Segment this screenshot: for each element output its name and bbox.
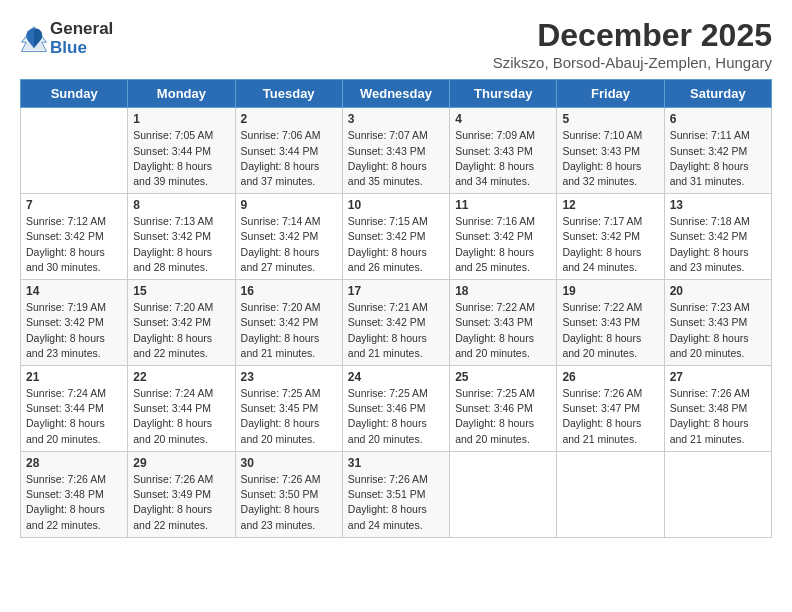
daylight-text: Daylight: 8 hours [26, 332, 105, 344]
calendar-cell [21, 108, 128, 194]
daylight-text: Daylight: 8 hours [455, 160, 534, 172]
day-number: 29 [133, 456, 229, 470]
day-info: Sunrise: 7:19 AMSunset: 3:42 PMDaylight:… [26, 300, 122, 361]
calendar-cell: 11Sunrise: 7:16 AMSunset: 3:42 PMDayligh… [450, 194, 557, 280]
calendar-cell [450, 451, 557, 537]
sunrise-text: Sunrise: 7:06 AM [241, 129, 321, 141]
daylight-text-cont: and 21 minutes. [562, 433, 637, 445]
sunset-text: Sunset: 3:43 PM [348, 145, 426, 157]
daylight-text-cont: and 26 minutes. [348, 261, 423, 273]
weekday-header-tuesday: Tuesday [235, 80, 342, 108]
day-info: Sunrise: 7:26 AMSunset: 3:51 PMDaylight:… [348, 472, 444, 533]
daylight-text: Daylight: 8 hours [241, 417, 320, 429]
sunset-text: Sunset: 3:42 PM [670, 230, 748, 242]
sunset-text: Sunset: 3:42 PM [562, 230, 640, 242]
sunset-text: Sunset: 3:42 PM [26, 316, 104, 328]
day-number: 3 [348, 112, 444, 126]
day-number: 27 [670, 370, 766, 384]
weekday-header-saturday: Saturday [664, 80, 771, 108]
sunrise-text: Sunrise: 7:24 AM [133, 387, 213, 399]
day-number: 23 [241, 370, 337, 384]
calendar-cell [557, 451, 664, 537]
sunrise-text: Sunrise: 7:12 AM [26, 215, 106, 227]
daylight-text: Daylight: 8 hours [455, 332, 534, 344]
calendar-week-3: 14Sunrise: 7:19 AMSunset: 3:42 PMDayligh… [21, 280, 772, 366]
daylight-text-cont: and 23 minutes. [241, 519, 316, 531]
sunrise-text: Sunrise: 7:26 AM [348, 473, 428, 485]
sunrise-text: Sunrise: 7:25 AM [241, 387, 321, 399]
sunset-text: Sunset: 3:44 PM [133, 402, 211, 414]
daylight-text: Daylight: 8 hours [241, 160, 320, 172]
day-number: 31 [348, 456, 444, 470]
day-number: 16 [241, 284, 337, 298]
sunrise-text: Sunrise: 7:26 AM [562, 387, 642, 399]
sunrise-text: Sunrise: 7:18 AM [670, 215, 750, 227]
day-info: Sunrise: 7:24 AMSunset: 3:44 PMDaylight:… [26, 386, 122, 447]
daylight-text-cont: and 20 minutes. [348, 433, 423, 445]
calendar-cell: 26Sunrise: 7:26 AMSunset: 3:47 PMDayligh… [557, 366, 664, 452]
daylight-text-cont: and 27 minutes. [241, 261, 316, 273]
daylight-text: Daylight: 8 hours [455, 246, 534, 258]
daylight-text-cont: and 22 minutes. [133, 519, 208, 531]
logo: General Blue [20, 20, 113, 57]
calendar-cell: 24Sunrise: 7:25 AMSunset: 3:46 PMDayligh… [342, 366, 449, 452]
calendar-cell: 4Sunrise: 7:09 AMSunset: 3:43 PMDaylight… [450, 108, 557, 194]
day-number: 24 [348, 370, 444, 384]
calendar-cell: 28Sunrise: 7:26 AMSunset: 3:48 PMDayligh… [21, 451, 128, 537]
day-info: Sunrise: 7:26 AMSunset: 3:48 PMDaylight:… [26, 472, 122, 533]
daylight-text-cont: and 21 minutes. [241, 347, 316, 359]
logo-icon [20, 25, 48, 53]
calendar-cell: 27Sunrise: 7:26 AMSunset: 3:48 PMDayligh… [664, 366, 771, 452]
sunset-text: Sunset: 3:43 PM [455, 145, 533, 157]
day-info: Sunrise: 7:21 AMSunset: 3:42 PMDaylight:… [348, 300, 444, 361]
sunset-text: Sunset: 3:42 PM [133, 316, 211, 328]
sunrise-text: Sunrise: 7:13 AM [133, 215, 213, 227]
sunrise-text: Sunrise: 7:26 AM [241, 473, 321, 485]
calendar-cell: 19Sunrise: 7:22 AMSunset: 3:43 PMDayligh… [557, 280, 664, 366]
weekday-header-friday: Friday [557, 80, 664, 108]
day-number: 11 [455, 198, 551, 212]
daylight-text: Daylight: 8 hours [26, 503, 105, 515]
page-header: General Blue December 2025 Szikszo, Bors… [20, 16, 772, 71]
logo-general: General [50, 19, 113, 38]
day-number: 26 [562, 370, 658, 384]
calendar-cell: 30Sunrise: 7:26 AMSunset: 3:50 PMDayligh… [235, 451, 342, 537]
sunrise-text: Sunrise: 7:26 AM [133, 473, 213, 485]
sunset-text: Sunset: 3:45 PM [241, 402, 319, 414]
daylight-text-cont: and 20 minutes. [455, 347, 530, 359]
day-number: 18 [455, 284, 551, 298]
sunrise-text: Sunrise: 7:26 AM [670, 387, 750, 399]
sunset-text: Sunset: 3:43 PM [670, 316, 748, 328]
calendar-week-2: 7Sunrise: 7:12 AMSunset: 3:42 PMDaylight… [21, 194, 772, 280]
daylight-text: Daylight: 8 hours [348, 503, 427, 515]
daylight-text-cont: and 30 minutes. [26, 261, 101, 273]
calendar-cell: 20Sunrise: 7:23 AMSunset: 3:43 PMDayligh… [664, 280, 771, 366]
sunrise-text: Sunrise: 7:15 AM [348, 215, 428, 227]
logo-blue: Blue [50, 38, 87, 57]
day-number: 9 [241, 198, 337, 212]
sunset-text: Sunset: 3:42 PM [133, 230, 211, 242]
weekday-header-row: SundayMondayTuesdayWednesdayThursdayFrid… [21, 80, 772, 108]
daylight-text: Daylight: 8 hours [241, 246, 320, 258]
sunrise-text: Sunrise: 7:07 AM [348, 129, 428, 141]
day-number: 8 [133, 198, 229, 212]
calendar-cell: 14Sunrise: 7:19 AMSunset: 3:42 PMDayligh… [21, 280, 128, 366]
sunset-text: Sunset: 3:50 PM [241, 488, 319, 500]
day-info: Sunrise: 7:14 AMSunset: 3:42 PMDaylight:… [241, 214, 337, 275]
sunset-text: Sunset: 3:46 PM [455, 402, 533, 414]
sunrise-text: Sunrise: 7:21 AM [348, 301, 428, 313]
daylight-text-cont: and 28 minutes. [133, 261, 208, 273]
daylight-text-cont: and 24 minutes. [562, 261, 637, 273]
day-info: Sunrise: 7:12 AMSunset: 3:42 PMDaylight:… [26, 214, 122, 275]
day-info: Sunrise: 7:16 AMSunset: 3:42 PMDaylight:… [455, 214, 551, 275]
daylight-text-cont: and 20 minutes. [670, 347, 745, 359]
daylight-text-cont: and 25 minutes. [455, 261, 530, 273]
title-block: December 2025 Szikszo, Borsod-Abauj-Zemp… [493, 16, 772, 71]
sunset-text: Sunset: 3:42 PM [455, 230, 533, 242]
daylight-text-cont: and 32 minutes. [562, 175, 637, 187]
day-number: 28 [26, 456, 122, 470]
day-info: Sunrise: 7:18 AMSunset: 3:42 PMDaylight:… [670, 214, 766, 275]
daylight-text-cont: and 37 minutes. [241, 175, 316, 187]
daylight-text: Daylight: 8 hours [348, 160, 427, 172]
day-info: Sunrise: 7:23 AMSunset: 3:43 PMDaylight:… [670, 300, 766, 361]
